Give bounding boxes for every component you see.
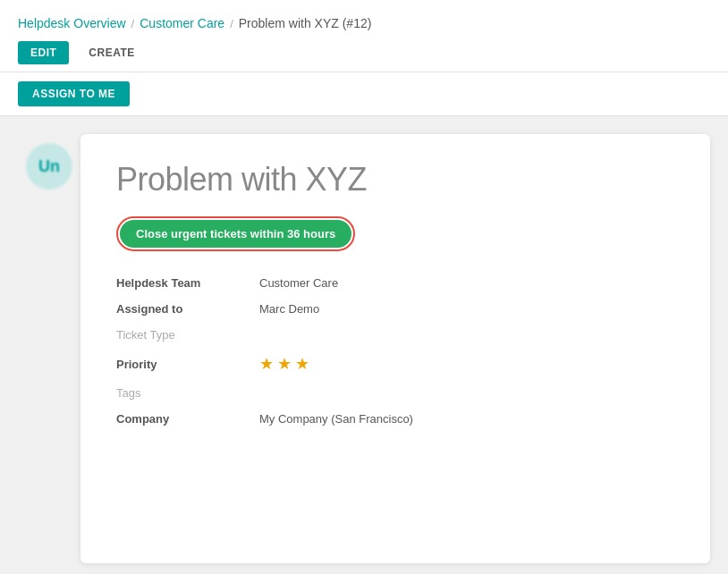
breadcrumb: Helpdesk Overview / Customer Care / Prob… — [18, 16, 710, 30]
sla-badge: Close urgent tickets within 36 hours — [120, 220, 351, 248]
avatar: Un — [26, 143, 72, 190]
details-table: Helpdesk Team Customer Care Assigned to … — [116, 276, 674, 426]
top-bar: Helpdesk Overview / Customer Care / Prob… — [0, 0, 728, 72]
priority-stars: ★ ★ ★ — [259, 354, 674, 374]
label-assigned-to: Assigned to — [116, 302, 259, 316]
label-tags: Tags — [116, 386, 259, 400]
breadcrumb-sep-2: / — [230, 17, 233, 30]
star-1[interactable]: ★ — [259, 354, 274, 374]
ticket-card: Problem with XYZ Close urgent tickets wi… — [80, 134, 710, 563]
value-company: My Company (San Francisco) — [259, 412, 674, 426]
star-3[interactable]: ★ — [295, 354, 309, 374]
assign-to-me-button[interactable]: ASSIGN TO ME — [18, 81, 130, 106]
value-assigned-to: Marc Demo — [259, 302, 674, 316]
action-bar: ASSIGN TO ME — [0, 72, 728, 116]
label-company: Company — [116, 412, 259, 426]
sla-badge-wrapper: Close urgent tickets within 36 hours — [116, 216, 355, 251]
breadcrumb-customer-care[interactable]: Customer Care — [140, 16, 224, 30]
toolbar: EDIT CREATE — [18, 41, 710, 72]
star-2[interactable]: ★ — [277, 354, 292, 374]
breadcrumb-sep-1: / — [131, 17, 135, 30]
edit-button[interactable]: EDIT — [18, 41, 69, 64]
create-button[interactable]: CREATE — [76, 41, 147, 64]
breadcrumb-ticket: Problem with XYZ (#12) — [239, 16, 372, 30]
label-ticket-type: Ticket Type — [116, 328, 259, 342]
ticket-title: Problem with XYZ — [116, 161, 674, 198]
value-helpdesk-team: Customer Care — [259, 276, 674, 290]
breadcrumb-helpdesk[interactable]: Helpdesk Overview — [18, 16, 126, 30]
main-content: Un Problem with XYZ Close urgent tickets… — [0, 116, 728, 574]
label-helpdesk-team: Helpdesk Team — [116, 276, 259, 290]
label-priority: Priority — [116, 358, 259, 371]
left-sidebar: Un — [18, 134, 80, 563]
